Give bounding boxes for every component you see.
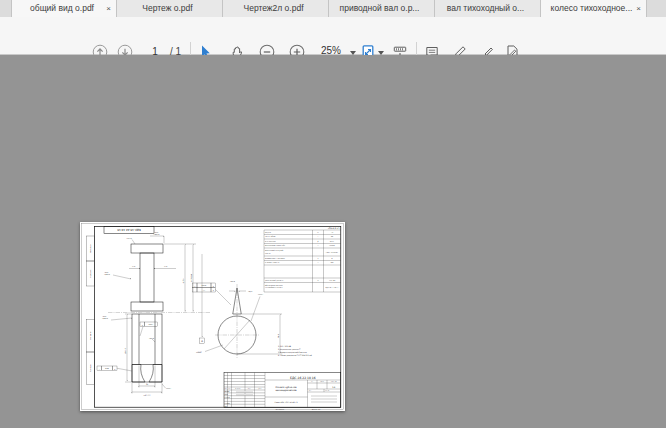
dim-chamfer-mid-note: 4 фаски — [104, 273, 110, 276]
gear-section-view — [108, 244, 210, 382]
param-val: правое — [329, 245, 335, 247]
perp-datum: А — [114, 368, 116, 370]
roughness-hub: √Ra3,2 — [166, 387, 171, 390]
param-name: Нормальный исходный — [265, 249, 283, 252]
dim-dia-rim: ∅170 — [182, 279, 185, 283]
dim-chamfer-hub-note: 2 фаски — [102, 317, 108, 320]
tab-obshchiy-vid[interactable]: общий вид o.pdf × — [11, 0, 117, 17]
col-data: Дата — [258, 388, 261, 390]
section-label: А — [201, 340, 203, 343]
role-prov: Пров. — [225, 394, 229, 396]
param-sym: — — [317, 262, 319, 263]
drawing-designation: БДС-16.22.10.16 — [290, 376, 316, 380]
margin-stamp: Подп. и дата — [90, 269, 92, 277]
scale-value: 1:2 — [332, 386, 336, 388]
param-name: Угол наклона — [265, 240, 276, 243]
tab-label: Чертеж o.pdf — [142, 3, 196, 13]
pdf-page[interactable]: Инв. № подл. Подп. и дата Взам. инв. № П… — [80, 222, 345, 411]
tab-label: приводной вал o.p... — [340, 3, 424, 13]
tab-privodnoy-val[interactable]: приводной вал o.p... — [329, 0, 435, 17]
dim-dia-bottom: ∅62,111 — [144, 394, 151, 397]
dim-dia-tip: ∅174,284 — [190, 274, 193, 282]
tab-label: колесо тихоходное... — [551, 3, 637, 13]
gear-parameter-table: Модуль m 2,5 Число зубьев z 68 Угол накл… — [264, 230, 341, 292]
param-sym: x — [318, 258, 319, 259]
param-name: Коэффициент смещения — [265, 257, 285, 260]
part-name: цилиндрическое — [275, 389, 297, 392]
tab-chertezh[interactable]: Чертеж o.pdf — [117, 0, 223, 17]
param-val: 68 — [331, 235, 333, 238]
param-name: сопряжённого колеса — [265, 286, 282, 289]
symmetry-value: Т/2 — [203, 289, 205, 292]
runout-value: 0,032 — [149, 323, 153, 326]
parallel-symbol: // — [194, 285, 196, 288]
role-razrab: Разраб. — [225, 391, 231, 393]
roughness-keyway: √Ra1,6 — [230, 280, 235, 283]
sheet-frame: Инв. № подл. Подп. и дата Взам. инв. № П… — [82, 224, 344, 410]
material: Сталь 40Х ГОСТ 4543-71 — [274, 401, 297, 404]
param-name: контур — [265, 253, 271, 255]
col-doc: № докум. — [235, 388, 241, 390]
toolbar: / 1 25% — [0, 17, 666, 55]
param-name: Делительный диаметр — [265, 279, 283, 282]
dim-chamfer-mid: 2×45° — [104, 271, 109, 274]
margin-stamp: Подп. и дата — [90, 364, 92, 372]
param-val: 174,284 — [329, 279, 335, 282]
dim-chamfer-top-note: 2 фаски — [154, 233, 160, 236]
param-sym: m — [317, 232, 319, 233]
margin-stamp: Инв. № подл. — [90, 244, 92, 253]
param-sym: d — [318, 279, 319, 282]
param-val: 0 — [332, 257, 333, 260]
param-sym: β — [318, 240, 319, 243]
tab-koleso-tikhokhodnoe[interactable]: колесо тихоходное... × — [541, 0, 647, 17]
parallel-value: 0,016 — [202, 284, 206, 287]
general-roughness: √Ra 6,3 (√) — [328, 227, 340, 230]
runout-symbol: ↗ — [142, 324, 144, 326]
role-utv: Утв. — [225, 406, 228, 407]
note-line: 4. Общие допуски по ГОСТ 30893.2-mK — [278, 354, 313, 357]
document-canvas[interactable]: Инв. № подл. Подп. и дата Взам. инв. № П… — [0, 55, 666, 428]
dim-chamfer-hub: 2×45° — [102, 315, 107, 318]
part-name: Колесо зубчатое — [275, 386, 297, 389]
dim-bore: ∅60H7 — [196, 351, 202, 354]
role-nkontr: Н.контр. — [225, 403, 231, 405]
dim-key-width: 18Js9 — [248, 290, 252, 293]
param-name: Направление линии зуба — [265, 244, 285, 247]
param-sym: — — [317, 245, 319, 246]
engineering-drawing: Инв. № подл. Подп. и дата Взам. инв. № П… — [80, 222, 345, 411]
perp-value: 0,08 — [105, 367, 108, 370]
col-list: Лист — [228, 388, 231, 390]
param-name: Модуль — [265, 231, 271, 234]
tab-chertezh2l[interactable]: Чертеж2л o.pdf — [223, 0, 329, 17]
col-izm: Изм. — [224, 388, 227, 390]
tab-close-icon[interactable]: × — [636, 0, 641, 17]
param-val: БДС-16.22.10.12 — [326, 286, 339, 289]
param-sym: z — [318, 236, 319, 237]
tab-bar: общий вид o.pdf × Чертеж o.pdf Чертеж2л … — [0, 0, 666, 18]
end-view: 18Js9 √Ra1,6 // 0,016 А ≡ Т/2 А √Ra3,2 — [193, 280, 283, 358]
title-block: БДС-16.22.10.16 Колесо зубчатое цилиндри… — [224, 373, 341, 411]
dim-web-right: 17,8 — [164, 265, 167, 268]
tab-val-tikhokhodny[interactable]: вал тихоходный o... — [435, 0, 541, 17]
param-name: Число зубьев — [265, 235, 276, 238]
param-val: 10°42' — [330, 240, 336, 243]
perp-symbol: ⊥ — [98, 368, 100, 370]
roughness-bore: √Ra1,6 — [149, 337, 154, 340]
param-name: Степень точности — [265, 261, 279, 264]
corner-stamp: БДС-16.22.10.16 — [117, 228, 141, 232]
tab-label: Чертеж2л o.pdf — [243, 3, 307, 13]
tab-close-icon[interactable]: × — [106, 0, 111, 17]
param-val: 8-В — [331, 261, 334, 264]
kopiroval-label: Копировал — [276, 408, 285, 411]
col-podp: Подп. — [248, 388, 252, 390]
margin-stamp: Взам. инв. № — [90, 331, 92, 340]
dim-hub-dia: ∅60H7 — [124, 348, 127, 354]
technical-notes: 1. 269...302 НВ 2. Неуказанные уклоны 7°… — [278, 345, 313, 357]
parallel-datum: А — [213, 285, 215, 287]
roughness-rim: √Ra1,6 — [127, 237, 132, 240]
roughness-face: √Ra3,2 — [258, 293, 263, 296]
symmetry-symbol: ≡ — [194, 290, 196, 291]
tab-label: общий вид o.pdf — [30, 3, 98, 13]
tab-label: вал тихоходный o... — [447, 3, 528, 13]
lit-label: Лит. — [311, 381, 314, 382]
